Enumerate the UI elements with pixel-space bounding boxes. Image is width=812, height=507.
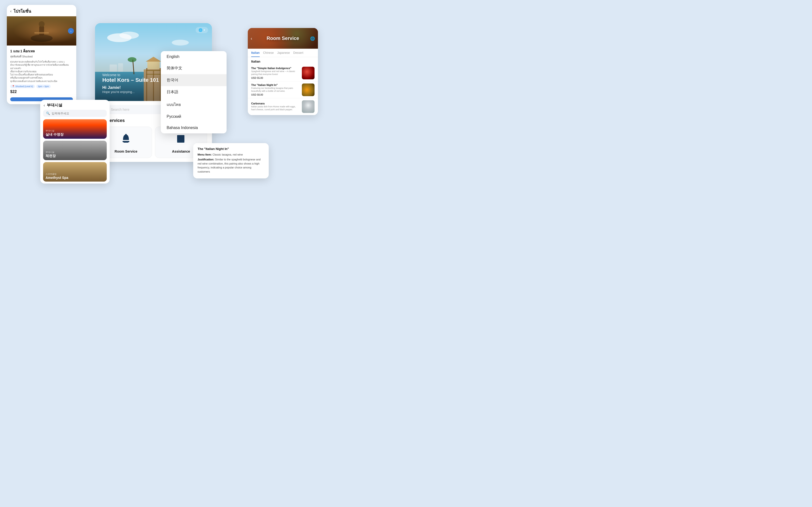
tooltip-row-1: Menu Item: Classic lasagna, red wine [198, 153, 264, 157]
globe-language-button[interactable]: 🌐 ▾ [196, 27, 208, 33]
gym-image: 부대시설 체련장 [43, 141, 107, 160]
promo-title: โปรโมชั่น [13, 8, 31, 14]
lang-item-korean[interactable]: 한국어 [161, 74, 226, 86]
rs-globe-icon[interactable]: 🌐 [310, 36, 315, 41]
menu-item-3-desc: Italian pasta dish from Rome made with e… [251, 105, 299, 111]
svg-rect-31 [177, 135, 185, 136]
gym-label-small: 부대시설 [46, 151, 56, 154]
spa-label-small: 스파앤클럽 [46, 173, 68, 176]
menu-item-3-image [302, 100, 314, 113]
svg-rect-30 [177, 142, 185, 143]
rs-section-title: Italian [248, 57, 318, 65]
pool-label-small: 부대시설 [46, 129, 64, 132]
amenities-search-bar[interactable]: 🔍 [43, 110, 107, 117]
lang-item-bahasa[interactable]: Bahasa Indonesia [161, 122, 226, 133]
promo-price: $22 [10, 90, 73, 94]
nav-chinese[interactable]: Chinese [263, 51, 274, 57]
room-service-label: Room Service [114, 150, 137, 153]
promo-badges: 📍 Shucked (Level 6) 3pm – 5pm [10, 85, 73, 88]
enjoy-text: Hope you're enjoying... [102, 90, 159, 94]
amenity-spa[interactable]: 스파앤클럽 Amethyst Spa [43, 162, 107, 182]
menu-item-1-price: USD 55.00 [251, 77, 299, 79]
welcome-text-block: Welcome to Hotel Kors – Suite 101 Hi Jam… [102, 73, 159, 94]
time-badge: 3pm – 5pm [36, 85, 51, 88]
hi-guest-text: Hi Jamie! [102, 85, 159, 90]
menu-item-2-desc: Featuring our bestselling lasagna that p… [251, 87, 299, 93]
spa-image: 스파앤클럽 Amethyst Spa [43, 162, 107, 182]
search-placeholder: Search here [111, 108, 130, 111]
amenities-title: 부대시설 [47, 103, 62, 108]
lang-item-japanese[interactable]: 日本語 [161, 86, 226, 98]
tooltip-menu-item-value: Classic lasagna, red wine [212, 153, 243, 156]
promo-body: 1 แถม 1 ค็อกเทล สุดพิเศษที่ Shucked ผ่อน… [7, 46, 76, 104]
tooltip-title: The "Italian Night In" [198, 147, 264, 151]
hotel-name-label: Hotel Kors – Suite 101 [102, 77, 159, 83]
menu-item-1[interactable]: The "Simple Italian Indulgence" Spaghett… [248, 65, 318, 81]
menu-item-1-info: The "Simple Italian Indulgence" Spaghett… [251, 67, 299, 79]
promo-cocktail-title: 1 แถม 1 ค็อกเทล [10, 48, 73, 54]
room-service-nav: Italian Chinese Japanese Dessert [248, 49, 318, 57]
tooltip-card: The "Italian Night In" Menu Item: Classi… [193, 143, 269, 179]
svg-point-27 [125, 134, 127, 135]
rs-back-icon[interactable]: ‹ [251, 36, 252, 41]
amenities-card: ‹ 부대시설 🔍 부대시설 실내 수영장 부대시설 체련장 스파앤클럽 Amet… [40, 100, 110, 183]
tooltip-justification-label: Justification: [198, 158, 214, 161]
svg-point-2 [39, 21, 45, 27]
amenities-header: ‹ 부대시설 [40, 100, 110, 110]
assistance-icon [175, 133, 187, 147]
svg-rect-3 [34, 32, 49, 34]
lang-item-thai[interactable]: แบบไทย [161, 98, 226, 111]
location-pin-icon: 📍 [12, 85, 15, 88]
promo-card: ‹ โปรโมชั่น › 1 แถม 1 ค็อกเทล สุดพิเศษที… [7, 5, 76, 104]
bell-svg [120, 133, 132, 144]
room-service-title: Room Service [266, 36, 299, 41]
room-service-hero: ‹ Room Service 🌐 [248, 28, 318, 49]
pool-image: 부대시설 실내 수영장 [43, 119, 107, 139]
assistance-label: Assistance [172, 150, 190, 153]
globe-icon: 🌐 [199, 28, 202, 32]
bartender-icon [27, 19, 56, 43]
promo-hero-overlay [7, 16, 76, 46]
amenity-pool[interactable]: 부대시설 실내 수영장 [43, 119, 107, 139]
menu-item-2[interactable]: The "Italian Night In" Featuring our bes… [248, 81, 318, 98]
pool-label-big: 실내 수영장 [46, 132, 64, 137]
next-button[interactable]: › [68, 28, 74, 34]
menu-item-2-info: The "Italian Night In" Featuring our bes… [251, 83, 299, 96]
nav-italian[interactable]: Italian [251, 51, 260, 57]
language-dropdown: English 简体中文 한국어 日本語 แบบไทย Русский Baha… [161, 51, 226, 133]
gym-label-big: 체련장 [46, 154, 56, 158]
menu-item-2-image [302, 83, 314, 96]
search-icon: 🔍 [46, 111, 50, 115]
tooltip-row-2: Justification: Similar to the spaghetti … [198, 158, 264, 174]
svg-rect-1 [39, 26, 44, 36]
promo-hero-image: › [7, 16, 76, 46]
amenities-search-input[interactable] [52, 112, 104, 115]
back-icon[interactable]: ‹ [10, 9, 11, 13]
menu-item-1-desc: Spaghetti bolognese and red wine – A cla… [251, 70, 299, 76]
location-badge: 📍 Shucked (Level 6) [10, 85, 35, 88]
svg-rect-26 [123, 142, 129, 143]
menu-item-1-image [302, 67, 314, 79]
amenity-gym[interactable]: 부대시설 체련장 [43, 141, 107, 160]
promo-description: ผ่อนคลายและเพลิดเพลินกับโปรโมชั่นค็อกเทล… [10, 60, 73, 83]
lang-item-russian[interactable]: Русский [161, 111, 226, 122]
amenities-back-icon[interactable]: ‹ [44, 103, 45, 108]
spa-label-big: Amethyst Spa [46, 176, 68, 180]
menu-item-2-price: USD 58.00 [251, 94, 299, 96]
lang-item-chinese[interactable]: 简体中文 [161, 62, 226, 74]
room-service-icon [120, 133, 132, 147]
menu-item-3-info: Carbonara Italian pasta dish from Rome m… [251, 102, 299, 111]
menu-item-3[interactable]: Carbonara Italian pasta dish from Rome m… [248, 98, 318, 115]
room-service-card: ‹ Room Service 🌐 Italian Chinese Japanes… [248, 28, 318, 115]
promo-venue: สุดพิเศษที่ Shucked [10, 54, 73, 59]
menu-item-3-name: Carbonara [251, 102, 299, 105]
assistance-svg [175, 133, 187, 144]
dropdown-chevron-icon: ▾ [204, 29, 205, 32]
promo-header: ‹ โปรโมชั่น [7, 5, 76, 16]
lang-item-english[interactable]: English [161, 51, 226, 62]
menu-item-2-name: The "Italian Night In" [251, 83, 299, 87]
nav-dessert[interactable]: Dessert [293, 51, 303, 57]
welcome-to-label: Welcome to [102, 73, 159, 77]
nav-japanese[interactable]: Japanese [277, 51, 290, 57]
tooltip-menu-item-label: Menu Item: [198, 153, 212, 156]
